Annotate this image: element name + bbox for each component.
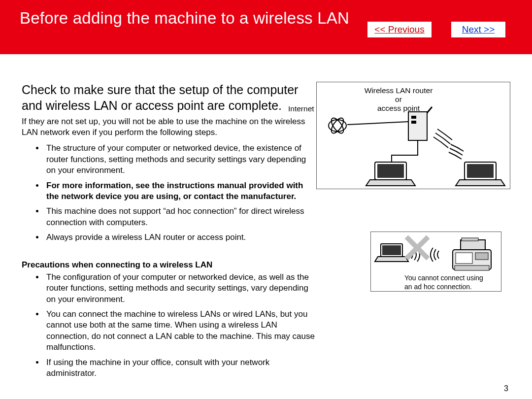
page-title: Before adding the machine to a wireless … bbox=[20, 9, 512, 28]
list-item: If using the machine in your office, con… bbox=[44, 357, 315, 379]
svg-rect-17 bbox=[456, 253, 472, 264]
intro-heading: Check to make sure that the setup of the… bbox=[22, 82, 315, 113]
precautions-subheading: Precautions when connecting to a wireles… bbox=[22, 260, 315, 270]
header-bar: Before adding the machine to a wireless … bbox=[0, 0, 532, 54]
svg-rect-9 bbox=[377, 164, 404, 178]
diagram-label-internet: Internet bbox=[288, 104, 314, 113]
list-item: This machine does not support “ad hoc co… bbox=[44, 206, 315, 228]
list-item: The configuration of your computer or ne… bbox=[44, 272, 315, 305]
content-area: Check to make sure that the setup of the… bbox=[0, 54, 532, 383]
list-item: For more information, see the instructio… bbox=[44, 180, 315, 202]
svg-rect-6 bbox=[411, 116, 416, 119]
svg-rect-18 bbox=[475, 253, 488, 260]
adhoc-caption: You cannot connect using an ad hoc conne… bbox=[404, 274, 483, 291]
adhoc-caption-line1: You cannot connect using bbox=[404, 274, 483, 282]
list-item: The structure of your computer or networ… bbox=[44, 143, 315, 176]
svg-rect-11 bbox=[467, 164, 494, 178]
svg-rect-13 bbox=[382, 245, 401, 255]
svg-rect-7 bbox=[411, 121, 416, 124]
network-diagram-icon: Internet Wireless LAN router or access p… bbox=[316, 82, 510, 189]
list-item: You can connect the machine to wireless … bbox=[44, 309, 315, 353]
adhoc-diagram-icon: You cannot connect using an ad hoc conne… bbox=[370, 232, 501, 292]
next-link[interactable]: Next >> bbox=[451, 22, 505, 37]
svg-rect-21 bbox=[455, 266, 489, 270]
previous-link[interactable]: << Previous bbox=[367, 22, 432, 37]
svg-rect-4 bbox=[408, 112, 427, 140]
intro-subtext: If they are not set up, you will not be … bbox=[22, 116, 315, 138]
list-item: Always provide a wireless LAN router or … bbox=[44, 232, 315, 243]
adhoc-caption-line2: an ad hoc connection. bbox=[404, 283, 472, 291]
left-column: Check to make sure that the setup of the… bbox=[22, 82, 325, 383]
network-svg-icon bbox=[317, 82, 511, 190]
bullet-list-1: The structure of your computer or networ… bbox=[22, 143, 315, 243]
svg-rect-19 bbox=[461, 240, 485, 250]
svg-rect-20 bbox=[462, 238, 478, 241]
svg-line-3 bbox=[347, 122, 408, 125]
page-number: 3 bbox=[504, 384, 508, 393]
bullet-list-2: The configuration of your computer or ne… bbox=[22, 272, 315, 379]
svg-line-5 bbox=[427, 107, 432, 113]
